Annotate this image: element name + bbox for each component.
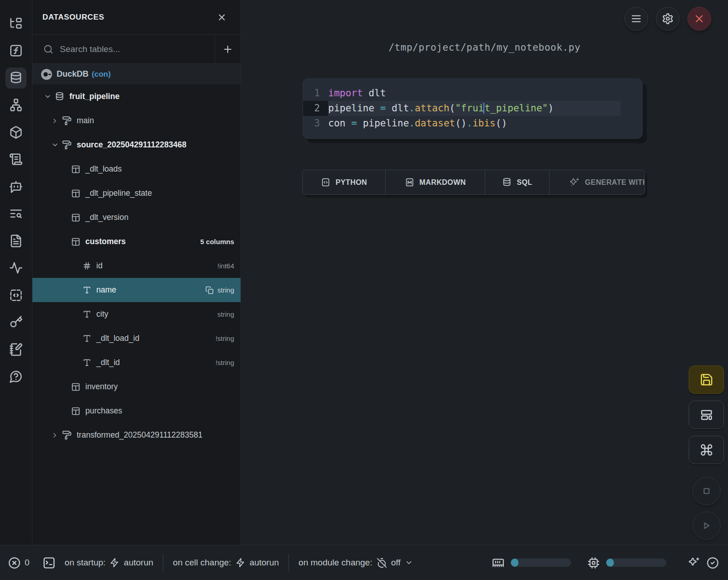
- sidebar-item-snippets[interactable]: [2, 282, 30, 309]
- code-text[interactable]: pipeline = dlt.attach("fruit_pipeline"): [328, 101, 621, 116]
- activity-rail: [0, 0, 32, 545]
- text-search-icon: [5, 203, 26, 224]
- tree-row-table[interactable]: purchases: [32, 399, 241, 423]
- search-icon: [43, 44, 53, 54]
- settings-button[interactable]: [656, 7, 680, 31]
- sidebar-item-help[interactable]: [2, 363, 30, 391]
- tree-label: customers: [85, 237, 126, 246]
- sidebar-item-variables[interactable]: [2, 37, 30, 65]
- on-startup-setting[interactable]: on startup: autorun: [65, 558, 153, 568]
- add-markdown-cell-button[interactable]: MARKDOWN: [386, 170, 485, 194]
- on-startup-value: autorun: [124, 558, 153, 568]
- tree-row-schema[interactable]: source_202504291112283468: [32, 133, 241, 157]
- sidebar-item-find[interactable]: [2, 200, 30, 228]
- stop-button[interactable]: [692, 477, 721, 505]
- layout-toggle-button[interactable]: [689, 401, 724, 429]
- tree-row-column[interactable]: _dlt_id !string: [32, 350, 241, 375]
- sidebar-item-dependencies[interactable]: [2, 92, 30, 119]
- tree-row-table[interactable]: _dlt_pipeline_state: [32, 181, 241, 205]
- snippets-code-square-icon: [5, 285, 26, 306]
- table-icon: [71, 382, 80, 392]
- chevron-down-icon[interactable]: [44, 93, 55, 100]
- tree-label: fruit_pipeline: [69, 92, 120, 101]
- add-python-cell-button[interactable]: PYTHON: [303, 170, 386, 194]
- on-cell-change-setting[interactable]: on cell change: autorun: [173, 558, 279, 568]
- tree-row-database[interactable]: fruit_pipeline: [32, 84, 241, 109]
- tree-row-table[interactable]: _dlt_version: [32, 205, 241, 230]
- copy-icon[interactable]: [205, 286, 214, 294]
- code-text[interactable]: con = pipeline.dataset().ibis(): [328, 116, 621, 131]
- tree-label: transformed_202504291112283581: [77, 430, 203, 440]
- sidebar-item-datasources[interactable]: [2, 64, 30, 92]
- error-indicator[interactable]: 0: [8, 557, 30, 569]
- tree-label: _dlt_pipeline_state: [85, 188, 152, 198]
- cpu-usage-bar: [606, 559, 666, 567]
- close-panel-icon[interactable]: [217, 12, 227, 22]
- tree-row-schema[interactable]: transformed_202504291112283581: [32, 423, 241, 447]
- on-cell-change-value: autorun: [250, 558, 279, 568]
- shutdown-button[interactable]: [687, 7, 711, 31]
- sidebar-item-logs[interactable]: [2, 146, 30, 173]
- command-icon: [700, 443, 713, 457]
- markdown-square-icon: [405, 178, 414, 187]
- logs-scroll-icon: [5, 149, 26, 170]
- tree-row-column-selected[interactable]: name string: [32, 278, 241, 302]
- sidebar-item-secrets[interactable]: [2, 309, 30, 336]
- command-palette-button[interactable]: [689, 436, 724, 464]
- sidebar-item-file-tree[interactable]: [2, 10, 30, 37]
- chevron-right-icon[interactable]: [51, 432, 62, 439]
- sidebar-item-ai-chat[interactable]: [2, 173, 30, 200]
- schema-paint-roller-icon: [62, 430, 72, 440]
- tree-row-column[interactable]: city string: [32, 302, 241, 326]
- notebook-file-path: /tmp/project/path/my_notebook.py: [241, 42, 728, 53]
- tree-label: purchases: [85, 406, 122, 416]
- tree-row-schema[interactable]: main: [32, 109, 241, 133]
- gear-icon: [662, 13, 674, 25]
- tree-label: _dlt_load_id: [96, 334, 139, 343]
- run-button[interactable]: [692, 512, 721, 540]
- zap-icon: [110, 558, 120, 568]
- sidebar-item-packages[interactable]: [2, 119, 30, 146]
- on-module-change-value: off: [391, 558, 401, 568]
- window-controls: [624, 7, 711, 31]
- sidebar-item-scratchpad[interactable]: [2, 336, 30, 363]
- memory-ram-icon: [492, 557, 504, 569]
- hamburger-menu-icon: [630, 13, 642, 25]
- chevron-right-icon[interactable]: [51, 117, 62, 125]
- notebook-area: /tmp/project/path/my_notebook.py 1 impor…: [241, 0, 728, 545]
- connection-row-duckdb[interactable]: DuckDB (con): [32, 64, 241, 84]
- button-label: PYTHON: [335, 178, 367, 187]
- sparkles-icon[interactable]: [688, 557, 700, 569]
- tree-row-table[interactable]: customers 5 columns: [32, 230, 241, 254]
- stop-square-icon: [701, 485, 712, 497]
- tree-row-column[interactable]: _dlt_load_id !string: [32, 326, 241, 350]
- save-button[interactable]: [689, 366, 724, 394]
- code-line[interactable]: 1 import dlt: [303, 86, 642, 101]
- column-type: string: [217, 310, 234, 318]
- search-input[interactable]: [60, 44, 215, 54]
- code-line[interactable]: 3 con = pipeline.dataset().ibis(): [303, 116, 642, 131]
- column-count-badge: 5 columns: [200, 238, 234, 246]
- chevron-down-icon[interactable]: [51, 141, 62, 149]
- add-sql-cell-button[interactable]: SQL: [485, 170, 550, 194]
- menu-button[interactable]: [624, 7, 648, 31]
- code-cell[interactable]: 1 import dlt 2 pipeline = dlt.attach("fr…: [303, 78, 643, 139]
- function-square-icon: [5, 40, 26, 61]
- type-text-icon: [83, 310, 91, 319]
- sidebar-item-documentation[interactable]: [2, 227, 30, 255]
- search-box[interactable]: [32, 35, 215, 63]
- generate-with-ai-button[interactable]: GENERATE WITH AI: [550, 170, 644, 194]
- add-datasource-button[interactable]: [215, 35, 241, 63]
- line-number: 1: [303, 86, 328, 101]
- terminal-button[interactable]: [42, 556, 56, 570]
- tree-row-table[interactable]: inventory: [32, 375, 241, 399]
- code-line-active[interactable]: 2 pipeline = dlt.attach("fruit_pipeline"…: [303, 101, 642, 116]
- sidebar-item-tracing[interactable]: [2, 255, 30, 282]
- app-window: DATASOURCES DuckDB (con) fruit_pipeline: [0, 0, 728, 580]
- button-label: MARKDOWN: [419, 178, 466, 187]
- tree-row-table[interactable]: _dlt_loads: [32, 157, 241, 181]
- circle-check-icon[interactable]: [707, 557, 719, 569]
- tree-row-column[interactable]: id !int64: [32, 254, 241, 278]
- code-text[interactable]: import dlt: [328, 86, 621, 101]
- on-module-change-setting[interactable]: on module change: off: [299, 558, 413, 568]
